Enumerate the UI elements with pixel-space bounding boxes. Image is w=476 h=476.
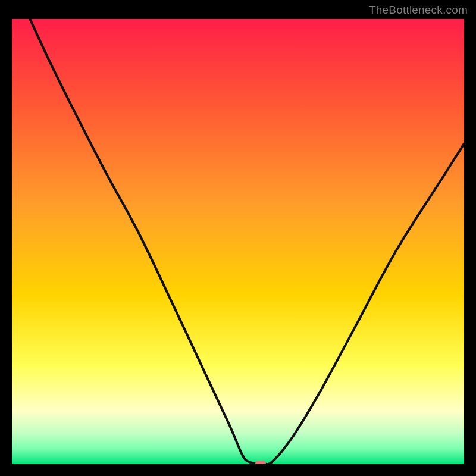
chart-frame: TheBottleneck.com [0,0,476,476]
watermark-text: TheBottleneck.com [369,4,468,17]
bottleneck-curve [12,19,464,464]
plot-area [12,19,464,464]
minimum-marker [255,461,266,465]
